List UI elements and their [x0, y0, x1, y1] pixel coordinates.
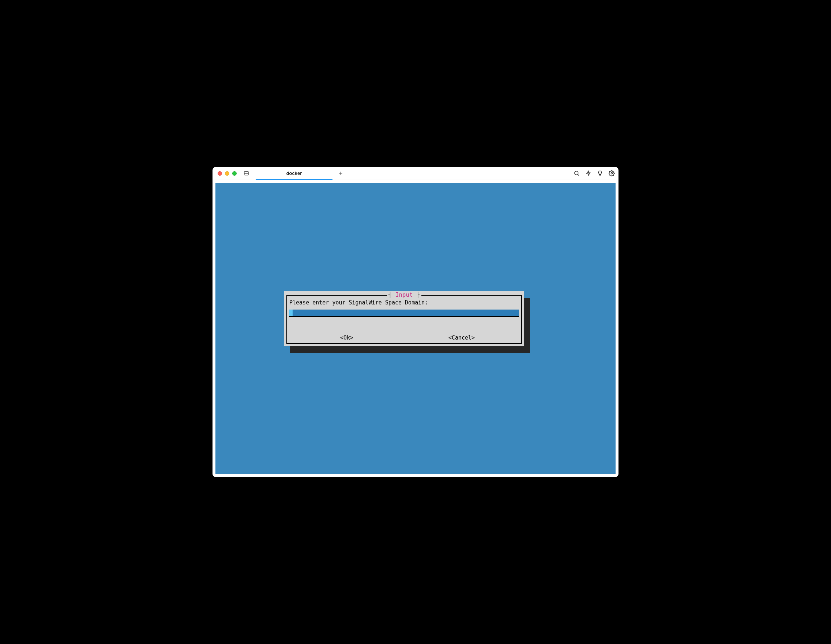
titlebar: docker	[212, 167, 619, 180]
domain-input[interactable]	[289, 309, 519, 317]
dialog-title: Input	[387, 292, 421, 298]
dialog-prompt: Please enter your SignalWire Space Domai…	[289, 299, 519, 306]
input-underline	[289, 316, 519, 317]
svg-line-5	[578, 175, 579, 175]
search-icon[interactable]	[573, 170, 580, 177]
dialog-buttons: <Ok> <Cancel>	[289, 335, 519, 341]
titlebar-actions	[573, 170, 615, 177]
zoom-window-button[interactable]	[232, 171, 237, 175]
new-tab-button[interactable]	[335, 168, 345, 179]
terminal-window: docker	[212, 167, 619, 477]
window-controls	[218, 171, 237, 175]
terminal-screen[interactable]: Input Please enter your SignalWire Space…	[215, 183, 616, 474]
panel-toggle-icon[interactable]	[243, 171, 249, 176]
dialog-body: Please enter your SignalWire Space Domai…	[289, 299, 519, 317]
text-cursor	[289, 309, 293, 317]
settings-icon[interactable]	[608, 170, 615, 177]
minimize-window-button[interactable]	[225, 171, 229, 175]
svg-point-4	[574, 171, 578, 175]
ok-button[interactable]: <Ok>	[289, 335, 404, 341]
svg-point-6	[611, 172, 612, 174]
bolt-icon[interactable]	[585, 170, 591, 177]
input-dialog: Input Please enter your SignalWire Space…	[284, 291, 524, 346]
close-window-button[interactable]	[218, 171, 222, 175]
tab-docker[interactable]: docker	[256, 167, 333, 180]
tab-title: docker	[287, 171, 302, 176]
lightbulb-icon[interactable]	[597, 170, 603, 177]
terminal-area: Input Please enter your SignalWire Space…	[212, 180, 619, 477]
cancel-button[interactable]: <Cancel>	[404, 335, 519, 341]
